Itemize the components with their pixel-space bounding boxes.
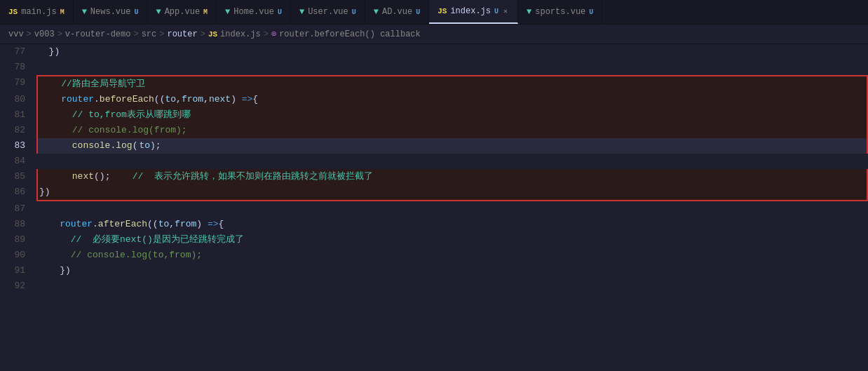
- line-content: // console.log(to,from);: [36, 248, 868, 263]
- tab-home-vue[interactable]: ▼ Home.vue U: [217, 0, 291, 24]
- tab-badge: U: [278, 8, 282, 16]
- line-content: router.afterEach((to,from) =>{: [36, 217, 868, 232]
- line-number: 78: [0, 60, 36, 75]
- line-80: 80 router.beforeEach((to,from,next) =>{: [0, 92, 868, 107]
- tab-badge: U: [589, 8, 593, 16]
- sep: >: [264, 29, 269, 39]
- tab-index-js[interactable]: JS index.js U ✕: [429, 0, 518, 24]
- line-86: 86 }): [0, 184, 868, 201]
- sep: >: [27, 29, 32, 39]
- crumb-index-js: index.js: [220, 29, 261, 39]
- tab-close-button[interactable]: ✕: [502, 7, 509, 15]
- tab-badge: U: [352, 8, 356, 16]
- tab-ad-vue[interactable]: ▼ AD.vue U: [365, 0, 429, 24]
- tab-label: News.vue: [90, 7, 131, 17]
- line-88: 88 router.afterEach((to,from) =>{: [0, 217, 868, 232]
- tab-label: Home.vue: [233, 7, 274, 17]
- vue-icon: ▼: [156, 7, 161, 17]
- tab-badge: M: [60, 8, 65, 16]
- tab-sports-vue[interactable]: ▼ sports.vue U: [518, 0, 602, 24]
- tab-badge: U: [494, 8, 499, 15]
- line-number: 77: [0, 44, 36, 60]
- line-number: 79: [0, 75, 36, 90]
- js-icon: JS: [8, 8, 18, 16]
- crumb-router: router: [167, 29, 197, 39]
- line-77: 77 }): [0, 44, 868, 60]
- line-number: 83: [0, 138, 36, 154]
- line-content: }): [36, 263, 868, 278]
- line-91: 91 }): [0, 263, 868, 278]
- line-83: 83 console.log(to);: [0, 138, 868, 154]
- vue-icon: ▼: [299, 7, 304, 17]
- line-content: // to,from表示从哪跳到哪: [36, 107, 868, 123]
- line-number: 86: [0, 184, 36, 200]
- tab-label: main.js: [21, 7, 56, 17]
- line-number: 88: [0, 217, 36, 232]
- line-number: 85: [0, 169, 36, 184]
- vue-icon: ▼: [374, 7, 379, 17]
- vue-icon: ▼: [527, 7, 531, 17]
- line-content: next(); // 表示允许跳转，如果不加则在路由跳转之前就被拦截了: [36, 169, 868, 184]
- tab-label: User.vue: [308, 7, 348, 17]
- js-icon: JS: [438, 7, 447, 15]
- line-84: 84: [0, 154, 868, 169]
- line-number: 80: [0, 92, 36, 107]
- line-number: 87: [0, 201, 36, 217]
- line-92: 92: [0, 278, 868, 294]
- vue-icon: ▼: [225, 7, 230, 17]
- tab-label: index.js: [450, 6, 491, 16]
- crumb-callback: router.beforeEach() callback: [279, 29, 421, 39]
- line-87: 87: [0, 201, 868, 217]
- line-content: //路由全局导航守卫: [36, 75, 868, 92]
- sep: >: [57, 29, 62, 39]
- func-icon: ⊙: [271, 29, 276, 39]
- line-89: 89 // 必须要next()是因为已经跳转完成了: [0, 232, 868, 248]
- line-content: router.beforeEach((to,from,next) =>{: [36, 92, 868, 107]
- breadcrumb: vvv > v003 > v-router-demo > src > route…: [0, 25, 868, 44]
- line-82: 82 // console.log(from);: [0, 123, 868, 138]
- tab-main-js[interactable]: JS main.js M: [0, 0, 74, 24]
- line-78: 78: [0, 60, 868, 75]
- line-content: }): [36, 44, 868, 60]
- tab-badge: M: [203, 8, 208, 16]
- line-79: 79 //路由全局导航守卫: [0, 75, 868, 92]
- crumb-src: src: [142, 29, 157, 39]
- line-content: }): [36, 184, 868, 201]
- tab-app-vue[interactable]: ▼ App.vue M: [147, 0, 217, 24]
- line-90: 90 // console.log(to,from);: [0, 248, 868, 263]
- line-content: // 必须要next()是因为已经跳转完成了: [36, 232, 868, 248]
- crumb-v003: v003: [34, 29, 55, 39]
- line-number: 90: [0, 248, 36, 263]
- sep: >: [133, 29, 138, 39]
- line-number: 84: [0, 154, 36, 169]
- line-number: 82: [0, 123, 36, 138]
- tab-badge: U: [416, 8, 420, 16]
- line-content: // console.log(from);: [36, 123, 868, 138]
- line-number: 89: [0, 232, 36, 248]
- tab-bar: JS main.js M ▼ News.vue U ▼ App.vue M ▼ …: [0, 0, 868, 25]
- sep: >: [201, 29, 205, 39]
- tab-label: sports.vue: [535, 7, 585, 17]
- tab-user-vue[interactable]: ▼ User.vue U: [291, 0, 365, 24]
- editor[interactable]: 77 }) 78 79 //路由全局导航守卫 80 router.beforeE…: [0, 44, 868, 371]
- crumb-vvv: vvv: [8, 29, 24, 39]
- crumb-v-router-demo: v-router-demo: [65, 29, 131, 39]
- line-85: 85 next(); // 表示允许跳转，如果不加则在路由跳转之前就被拦截了: [0, 169, 868, 184]
- tab-news-vue[interactable]: ▼ News.vue U: [74, 0, 148, 24]
- line-number: 91: [0, 263, 36, 278]
- line-81: 81 // to,from表示从哪跳到哪: [0, 107, 868, 123]
- line-content: console.log(to);: [36, 138, 868, 154]
- line-number: 81: [0, 107, 36, 123]
- tab-label: AD.vue: [382, 7, 412, 17]
- vue-icon: ▼: [82, 7, 87, 17]
- line-number: 92: [0, 278, 36, 294]
- tab-label: App.vue: [165, 7, 200, 17]
- sep: >: [159, 29, 164, 39]
- js-file-icon: JS: [208, 30, 217, 39]
- tab-badge: U: [134, 8, 138, 16]
